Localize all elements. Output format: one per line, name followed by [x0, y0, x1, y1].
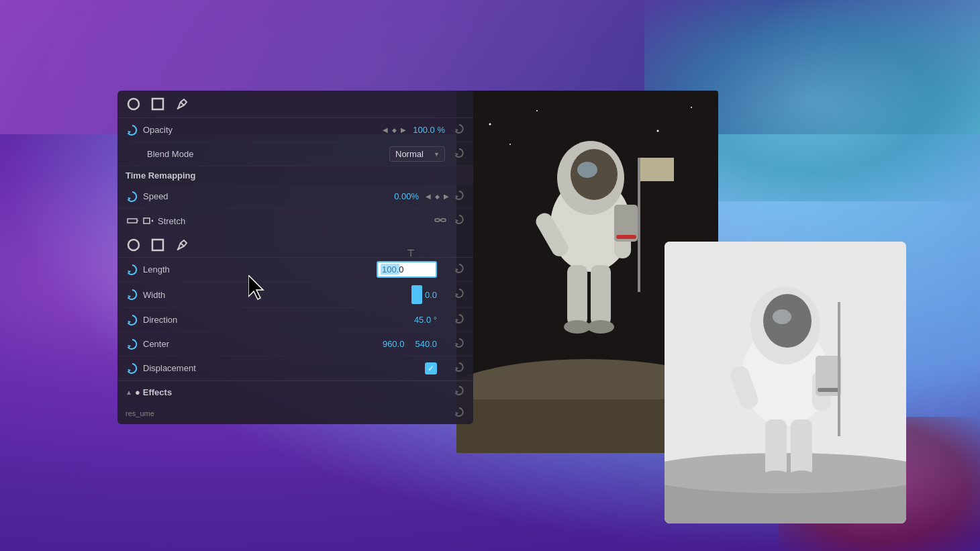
pen-tool-2[interactable] — [174, 237, 190, 253]
displacement-reset[interactable] — [453, 361, 465, 376]
opacity-cycle-icon[interactable] — [126, 123, 139, 137]
width-label: Width — [143, 290, 224, 300]
blend-mode-select[interactable]: Normal Multiply Screen Overlay Add Subtr… — [389, 146, 445, 162]
svg-rect-36 — [818, 388, 840, 392]
tool-row-bottom — [117, 233, 473, 258]
displacement-row: Displacement ✓ — [117, 356, 473, 381]
blend-mode-row: Blend Mode Normal Multiply Screen Overla… — [117, 142, 473, 166]
direction-reset[interactable] — [453, 313, 465, 328]
displacement-label: Displacement — [143, 363, 224, 373]
displacement-cycle-icon[interactable] — [126, 362, 139, 375]
svg-rect-15 — [638, 158, 640, 292]
bottom-row: res_ume — [117, 403, 473, 424]
svg-marker-48 — [151, 219, 153, 222]
direction-row: Direction 45.0 ° — [117, 308, 473, 332]
width-cycle-icon[interactable] — [126, 288, 139, 301]
effects-label: Effects — [143, 387, 172, 397]
svg-point-20 — [691, 107, 692, 108]
svg-point-21 — [509, 144, 511, 145]
stretch-left-icon — [143, 215, 154, 226]
svg-rect-14 — [616, 235, 636, 239]
blend-mode-select-wrapper[interactable]: Normal Multiply Screen Overlay Add Subtr… — [389, 146, 445, 162]
blend-mode-label: Blend Mode — [147, 149, 228, 159]
svg-rect-39 — [152, 99, 163, 109]
center-cycle-icon[interactable] — [126, 338, 139, 351]
opacity-value: 100.0 % — [413, 125, 445, 135]
svg-point-38 — [128, 99, 139, 109]
secondary-canvas-image — [665, 242, 906, 523]
stretch-cycle-icon[interactable] — [126, 214, 139, 228]
rect-tool[interactable] — [150, 96, 166, 112]
direction-label: Direction — [143, 315, 224, 325]
svg-rect-31 — [765, 419, 787, 477]
length-cursor: ⊤ — [407, 248, 415, 258]
speed-diamond[interactable]: ◆ — [435, 193, 440, 200]
svg-point-18 — [536, 110, 538, 111]
width-reset[interactable] — [453, 287, 465, 302]
circle-tool-2[interactable] — [126, 237, 142, 253]
opacity-label: Opacity — [143, 125, 224, 135]
stretch-link-icon[interactable] — [434, 214, 446, 228]
svg-point-53 — [128, 240, 139, 250]
opacity-row: Opacity ◀ ◆ ▶ 100.0 % — [117, 118, 473, 142]
opacity-arrow-left[interactable]: ◀ — [381, 125, 389, 135]
svg-rect-37 — [838, 302, 840, 436]
length-label: Length — [143, 264, 224, 274]
center-reset[interactable] — [453, 337, 465, 352]
svg-rect-45 — [128, 219, 137, 223]
width-control: 0.0 — [411, 285, 437, 304]
bottom-reset[interactable] — [453, 406, 465, 421]
time-remapping-header: Time Remapping — [117, 166, 473, 185]
svg-point-19 — [657, 130, 659, 132]
opacity-arrow-right[interactable]: ▶ — [399, 125, 407, 135]
center-label: Center — [143, 339, 224, 349]
blend-mode-spacer — [126, 148, 143, 161]
svg-point-11 — [564, 320, 591, 334]
svg-rect-54 — [152, 240, 163, 250]
width-slider-indicator[interactable] — [411, 285, 422, 304]
astronaut-svg-secondary — [665, 242, 906, 523]
stretch-icons — [143, 215, 154, 226]
center-row: Center 960.0 540.0 — [117, 332, 473, 356]
displacement-checkbox[interactable]: ✓ — [425, 362, 437, 374]
tool-row-top — [117, 91, 473, 118]
center-y: 540.0 — [415, 339, 437, 349]
speed-label: Speed — [143, 191, 224, 201]
opacity-diamond[interactable]: ◆ — [392, 127, 397, 134]
center-values: 960.0 540.0 — [383, 339, 437, 349]
svg-rect-50 — [441, 219, 446, 221]
center-x: 960.0 — [383, 339, 405, 349]
stretch-reset[interactable] — [453, 213, 465, 228]
astronaut-photo-secondary — [665, 242, 906, 523]
circle-tool[interactable] — [126, 96, 142, 112]
rect-tool-2[interactable] — [150, 237, 166, 253]
speed-arrow-left[interactable]: ◀ — [424, 191, 432, 201]
speed-controls: ◀ ◆ ▶ — [424, 191, 450, 201]
svg-point-33 — [761, 470, 791, 485]
svg-point-6 — [577, 162, 597, 178]
stretch-label: Stretch — [158, 216, 238, 226]
direction-value: 45.0 ° — [414, 315, 437, 325]
speed-arrow-right[interactable]: ▶ — [442, 191, 450, 201]
effects-collapse-btn[interactable]: ▲ — [126, 389, 132, 396]
speed-value: 0.00% — [394, 191, 419, 201]
svg-point-12 — [587, 320, 614, 334]
opacity-reset[interactable] — [453, 123, 465, 138]
length-input-wrapper[interactable]: ⊤ — [377, 261, 437, 278]
speed-reset[interactable] — [453, 189, 465, 204]
stretch-row: Stretch — [117, 209, 473, 233]
length-row: Length ⊤ — [117, 258, 473, 282]
width-value: 0.0 — [425, 290, 437, 300]
effects-reset[interactable] — [453, 385, 465, 399]
svg-point-34 — [787, 470, 816, 485]
svg-rect-47 — [144, 218, 150, 223]
properties-panel: Opacity ◀ ◆ ▶ 100.0 % Blend Mode Normal … — [117, 91, 473, 424]
blend-mode-reset[interactable] — [453, 147, 465, 162]
length-cycle-icon[interactable] — [126, 263, 139, 277]
speed-cycle-icon[interactable] — [126, 190, 139, 203]
pen-tool[interactable] — [174, 96, 190, 112]
length-input[interactable] — [377, 261, 437, 278]
svg-rect-32 — [791, 419, 812, 477]
direction-cycle-icon[interactable] — [126, 313, 139, 327]
length-reset[interactable] — [453, 262, 465, 277]
